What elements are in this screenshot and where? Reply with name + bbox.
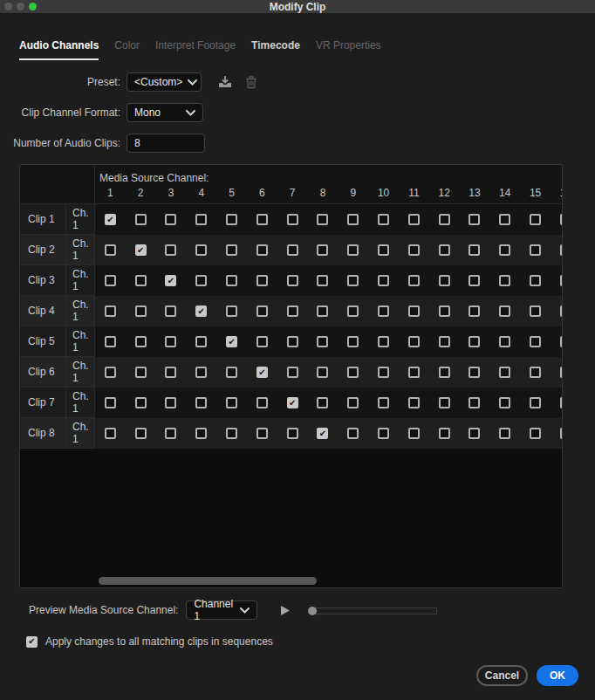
channel-checkbox[interactable] — [560, 305, 562, 317]
channel-checkbox[interactable] — [287, 367, 298, 378]
channel-checkbox[interactable] — [408, 397, 420, 408]
channel-checkbox[interactable] — [347, 244, 359, 256]
channel-checkbox[interactable] — [499, 428, 510, 439]
channel-checkbox[interactable] — [287, 428, 298, 439]
channel-checkbox[interactable] — [135, 275, 147, 286]
channel-checkbox[interactable] — [499, 397, 510, 408]
close-button[interactable] — [4, 3, 12, 10]
channel-checkbox[interactable] — [105, 428, 116, 439]
channel-checkbox[interactable] — [408, 214, 420, 225]
channel-checkbox[interactable] — [560, 397, 562, 408]
ok-button[interactable]: OK — [537, 665, 578, 686]
channel-checkbox[interactable] — [135, 214, 147, 225]
channel-checkbox[interactable] — [287, 214, 298, 225]
channel-checkbox[interactable] — [347, 214, 359, 225]
tab-vr-properties[interactable]: VR Properties — [316, 39, 381, 60]
channel-checkbox[interactable] — [499, 244, 510, 256]
channel-checkbox[interactable] — [408, 275, 420, 286]
volume-slider-knob[interactable] — [308, 607, 317, 615]
channel-checkbox[interactable] — [195, 244, 207, 256]
channel-checkbox[interactable] — [135, 244, 147, 256]
channel-checkbox[interactable] — [530, 367, 541, 378]
channel-checkbox[interactable] — [165, 305, 176, 317]
cancel-button[interactable]: Cancel — [476, 665, 528, 686]
channel-checkbox[interactable] — [560, 367, 562, 378]
channel-checkbox[interactable] — [195, 428, 207, 439]
channel-checkbox[interactable] — [165, 244, 176, 256]
channel-checkbox[interactable] — [378, 336, 389, 347]
tab-interpret-footage[interactable]: Interpret Footage — [155, 39, 236, 60]
channel-checkbox[interactable] — [439, 336, 450, 347]
channel-checkbox[interactable] — [530, 275, 541, 286]
channel-checkbox[interactable] — [135, 336, 147, 347]
channel-checkbox[interactable] — [226, 428, 237, 439]
channel-checkbox[interactable] — [105, 397, 116, 408]
channel-checkbox[interactable] — [530, 428, 541, 439]
channel-checkbox[interactable] — [408, 244, 420, 256]
channel-checkbox[interactable] — [226, 244, 237, 256]
channel-checkbox[interactable] — [499, 367, 510, 378]
channel-checkbox[interactable] — [317, 305, 328, 317]
channel-checkbox[interactable] — [347, 428, 359, 439]
channel-checkbox[interactable] — [468, 244, 480, 256]
channel-checkbox[interactable] — [317, 275, 328, 286]
channel-checkbox[interactable] — [165, 397, 176, 408]
tab-timecode[interactable]: Timecode — [251, 39, 300, 60]
channel-checkbox[interactable] — [256, 214, 268, 225]
channel-checkbox[interactable] — [256, 305, 268, 317]
channel-checkbox[interactable] — [135, 428, 147, 439]
channel-checkbox[interactable] — [195, 214, 207, 225]
channel-checkbox[interactable] — [287, 336, 298, 347]
channel-checkbox[interactable] — [530, 305, 541, 317]
channel-checkbox[interactable] — [530, 397, 541, 408]
channel-checkbox[interactable] — [439, 367, 450, 378]
channel-checkbox[interactable] — [378, 367, 389, 378]
channel-checkbox[interactable] — [408, 336, 420, 347]
channel-checkbox[interactable] — [165, 275, 176, 286]
channel-checkbox[interactable] — [226, 275, 237, 286]
channel-checkbox[interactable] — [468, 214, 480, 225]
channel-checkbox[interactable] — [135, 305, 147, 317]
channel-checkbox[interactable] — [226, 305, 237, 317]
channel-checkbox[interactable] — [439, 244, 450, 256]
volume-slider-track[interactable] — [311, 607, 437, 614]
preset-dropdown[interactable]: <Custom> — [127, 72, 202, 92]
channel-checkbox[interactable] — [256, 367, 268, 378]
channel-checkbox[interactable] — [135, 367, 147, 378]
channel-checkbox[interactable] — [226, 397, 237, 408]
channel-checkbox[interactable] — [347, 275, 359, 286]
channel-checkbox[interactable] — [256, 397, 268, 408]
channel-checkbox[interactable] — [105, 305, 116, 317]
channel-checkbox[interactable] — [195, 275, 207, 286]
channel-checkbox[interactable] — [195, 336, 207, 347]
channel-checkbox[interactable] — [226, 367, 237, 378]
clip-channel-format-dropdown[interactable]: Mono — [127, 103, 203, 122]
channel-checkbox[interactable] — [165, 336, 176, 347]
apply-changes-checkbox[interactable] — [26, 636, 38, 648]
channel-checkbox[interactable] — [499, 336, 510, 347]
tab-audio-channels[interactable]: Audio Channels — [19, 39, 99, 60]
channel-checkbox[interactable] — [530, 244, 541, 256]
channel-checkbox[interactable] — [468, 397, 480, 408]
channel-checkbox[interactable] — [378, 428, 389, 439]
channel-checkbox[interactable] — [256, 244, 268, 256]
channel-checkbox[interactable] — [165, 214, 176, 225]
channel-checkbox[interactable] — [317, 397, 328, 408]
channel-checkbox[interactable] — [287, 305, 298, 317]
channel-checkbox[interactable] — [317, 244, 328, 256]
channel-checkbox[interactable] — [195, 367, 207, 378]
channel-checkbox[interactable] — [378, 275, 389, 286]
channel-checkbox[interactable] — [499, 305, 510, 317]
channel-checkbox[interactable] — [256, 336, 268, 347]
channel-checkbox[interactable] — [560, 244, 562, 256]
channel-checkbox[interactable] — [468, 428, 480, 439]
zoom-button[interactable] — [29, 3, 37, 10]
channel-checkbox[interactable] — [468, 305, 480, 317]
channel-checkbox[interactable] — [468, 275, 480, 286]
delete-preset-button[interactable] — [245, 75, 257, 89]
channel-checkbox[interactable] — [347, 397, 359, 408]
channel-checkbox[interactable] — [378, 305, 389, 317]
preview-channel-dropdown[interactable]: Channel 1 — [186, 600, 257, 620]
channel-checkbox[interactable] — [226, 214, 237, 225]
channel-checkbox[interactable] — [408, 305, 420, 317]
